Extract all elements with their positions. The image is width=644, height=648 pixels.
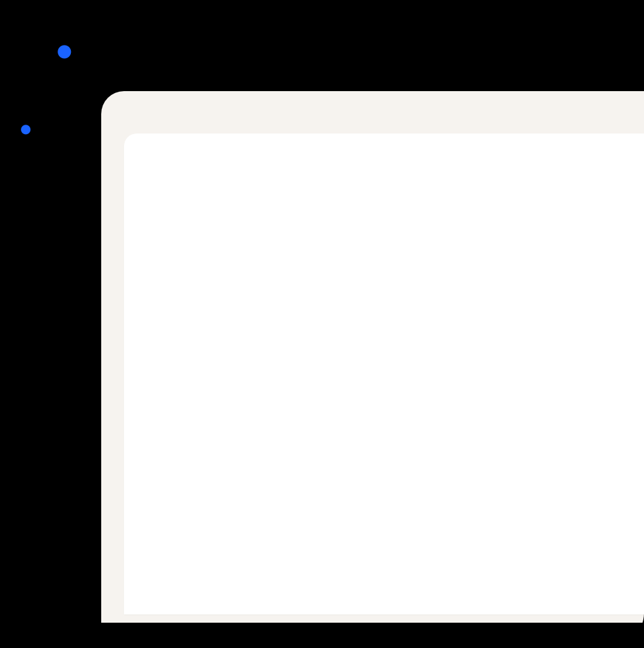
stacked-bar-chart: [144, 177, 625, 366]
app-frame: [0, 0, 644, 648]
chart-bars: [144, 177, 625, 351]
chart-panel: [124, 134, 644, 614]
tab-bar: [101, 91, 644, 116]
chart-x-axis: [144, 359, 625, 374]
main-card: [101, 91, 644, 623]
